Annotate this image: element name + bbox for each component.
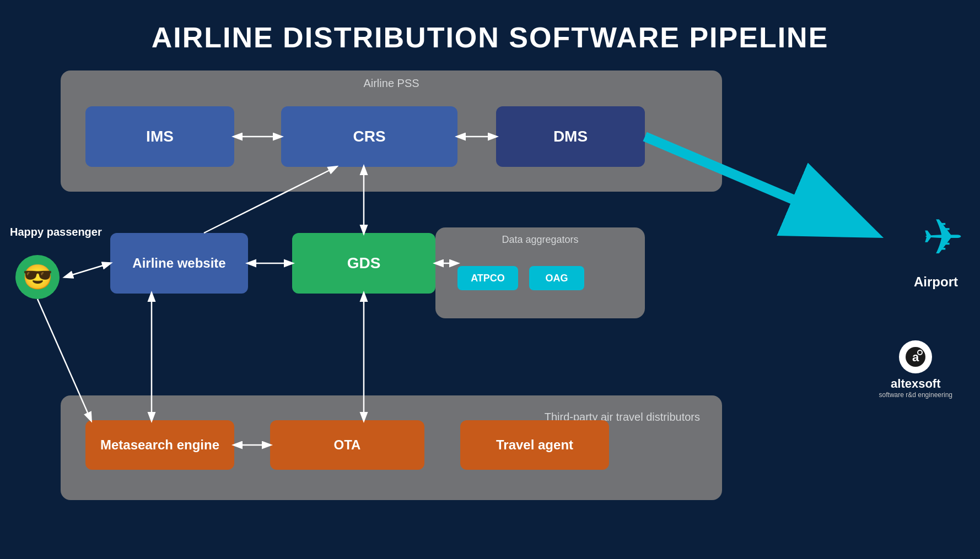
metasearch-box: Metasearch engine (85, 420, 234, 470)
passenger-label: Happy passenger (10, 225, 102, 239)
gds-box: GDS (292, 233, 435, 294)
pss-label: Airline PSS (363, 77, 419, 90)
altexsoft-subtitle: software r&d engineering (879, 391, 952, 399)
passenger-avatar: 😎 (15, 255, 60, 299)
altexsoft-name: altexsoft (879, 377, 952, 391)
diagram-area: Airline PSS IMS CRS DMS Airline website … (0, 70, 980, 539)
ota-box: OTA (270, 420, 424, 470)
travel-agent-box: Travel agent (460, 420, 609, 470)
aggregators-label: Data aggregators (502, 234, 578, 246)
airport-label: Airport (914, 274, 958, 290)
atpco-tag: ATPCO (457, 266, 518, 290)
airport-icon: ✈ (922, 208, 963, 266)
page-title: AIRLINE DISTRIBUTION SOFTWARE PIPELINE (0, 0, 980, 70)
dms-box: DMS (496, 106, 645, 167)
passenger-emoji-icon: 😎 (23, 263, 53, 291)
ims-box: IMS (85, 106, 234, 167)
svg-point-3 (918, 351, 922, 354)
altexsoft-icon: a (899, 340, 932, 373)
oag-tag: OAG (529, 266, 584, 290)
crs-box: CRS (281, 106, 457, 167)
svg-line-10 (65, 263, 110, 277)
altexsoft-logo: a altexsoft software r&d engineering (879, 340, 952, 399)
airline-website-box: Airline website (110, 233, 248, 294)
